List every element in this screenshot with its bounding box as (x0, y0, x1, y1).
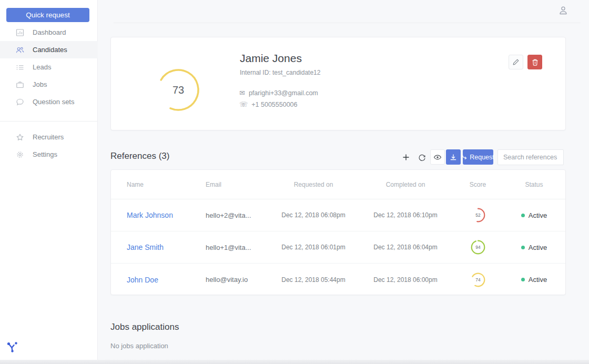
reference-score-ring: 74 (470, 272, 486, 288)
candidate-email: pfarighi+33@gmail.com (249, 89, 318, 97)
column-header-completed-on: Completed on (358, 181, 453, 188)
reference-email: hello+1@vita... (206, 244, 269, 251)
reference-row: Jane Smith hello+1@vita... Dec 12, 2018 … (111, 231, 565, 264)
quick-request-button[interactable]: Quick request (6, 8, 89, 22)
primary-nav: Dashboard Candidates Leads Jobs (0, 24, 98, 110)
reference-name-link[interactable]: John Doe (127, 276, 158, 284)
status-dot-icon (521, 214, 525, 217)
download-button[interactable] (446, 149, 461, 165)
download-icon (450, 154, 457, 161)
request-button[interactable]: Request (463, 149, 493, 165)
candidate-card: 73 Jamie Jones Internal ID: test_candida… (110, 37, 566, 130)
svg-text:74: 74 (475, 277, 481, 282)
eye-icon (433, 153, 442, 161)
reference-email: hello@vitay.io (206, 276, 269, 284)
user-account-icon[interactable] (558, 5, 568, 16)
reference-score-ring: 52 (470, 207, 486, 223)
phone-icon: ☏ (239, 100, 248, 108)
app-window: Quick request Dashboard Candidates Leads (0, 0, 589, 364)
sidebar-divider (0, 121, 98, 122)
reference-row: Mark Johnson hello+2@vita... Dec 12, 201… (111, 199, 565, 231)
edit-candidate-button[interactable] (509, 55, 523, 69)
reference-row: John Doe hello@vitay.io Dec 12, 2018 05:… (111, 264, 565, 295)
trash-icon (532, 59, 539, 66)
candidates-icon (16, 46, 24, 54)
status-label: Active (529, 276, 547, 284)
jobs-icon (16, 80, 24, 89)
sidebar-item-question-sets[interactable]: Question sets (0, 93, 98, 110)
add-reference-icon[interactable] (402, 153, 410, 161)
status-dot-icon (521, 246, 525, 249)
reference-requested-on: Dec 12, 2018 05:44pm (269, 276, 358, 284)
sidebar-item-leads[interactable]: Leads (0, 58, 98, 76)
status-label: Active (529, 211, 547, 219)
sidebar-item-label: Candidates (33, 46, 67, 54)
svg-text:73: 73 (172, 84, 184, 96)
delete-candidate-button[interactable] (527, 55, 542, 69)
view-button[interactable] (430, 149, 445, 165)
status-label: Active (529, 244, 547, 251)
reference-name-link[interactable]: Mark Johnson (127, 211, 173, 219)
search-references-input[interactable] (497, 149, 564, 165)
reference-status: Active (503, 276, 565, 284)
reference-requested-on: Dec 12, 2018 06:08pm (269, 211, 358, 219)
column-header-name: Name (127, 181, 206, 188)
reference-email: hello+2@vita... (206, 211, 269, 219)
reference-status: Active (503, 211, 565, 219)
sidebar: Quick request Dashboard Candidates Leads (0, 0, 98, 360)
vitay-logo-icon (6, 341, 19, 353)
table-header-row: Name Email Requested on Completed on Sco… (111, 170, 565, 199)
secondary-nav: Recruiters Settings (0, 128, 98, 163)
pencil-icon (512, 58, 520, 66)
refresh-icon[interactable] (418, 153, 426, 161)
candidate-phone-row: ☏ +1 5005550006 (239, 100, 298, 108)
reference-name-link[interactable]: Jane Smith (127, 243, 164, 251)
sidebar-item-label: Leads (33, 63, 51, 71)
sidebar-item-candidates[interactable]: Candidates (0, 41, 98, 58)
sidebar-item-label: Jobs (33, 80, 47, 88)
column-header-email: Email (206, 181, 269, 188)
reference-status: Active (503, 244, 565, 251)
reference-requested-on: Dec 12, 2018 06:01pm (269, 244, 358, 251)
column-header-status: Status (503, 181, 565, 188)
send-arrow-icon (462, 154, 468, 160)
horizontal-scrollbar-track[interactable] (0, 360, 589, 364)
sidebar-item-jobs[interactable]: Jobs (0, 76, 98, 93)
header-divider (114, 23, 581, 23)
candidate-phone: +1 5005550006 (251, 101, 297, 108)
settings-icon (16, 150, 24, 159)
candidate-email-row: ✉ pfarighi+33@gmail.com (239, 89, 318, 97)
column-header-requested-on: Requested on (269, 181, 358, 188)
jobs-applications-empty-message: No jobs application (110, 342, 168, 350)
email-icon: ✉ (239, 89, 245, 97)
column-header-score: Score (453, 181, 503, 188)
svg-text:52: 52 (475, 213, 481, 218)
reference-completed-on: Dec 12, 2018 06:00pm (358, 276, 453, 284)
main-content: 73 Jamie Jones Internal ID: test_candida… (98, 0, 589, 360)
jobs-applications-title: Jobs applications (110, 322, 179, 332)
recruiters-icon (16, 133, 24, 141)
sidebar-item-label: Settings (33, 150, 57, 158)
sidebar-item-label: Question sets (33, 98, 75, 106)
sidebar-item-label: Dashboard (33, 28, 66, 36)
candidate-score-ring: 73 (155, 66, 202, 114)
references-title: References (3) (110, 151, 169, 161)
sidebar-item-dashboard[interactable]: Dashboard (0, 24, 98, 41)
question-sets-icon (16, 98, 24, 106)
leads-icon (16, 63, 24, 72)
sidebar-item-recruiters[interactable]: Recruiters (0, 128, 98, 146)
reference-completed-on: Dec 12, 2018 06:10pm (358, 211, 453, 219)
references-table: Name Email Requested on Completed on Sco… (110, 169, 566, 295)
candidate-name: Jamie Jones (240, 52, 302, 65)
reference-score-ring: 94 (470, 239, 486, 255)
status-dot-icon (521, 278, 525, 281)
svg-text:94: 94 (475, 245, 481, 250)
sidebar-item-label: Recruiters (33, 133, 64, 141)
request-button-label: Request (470, 154, 494, 161)
candidate-internal-id: Internal ID: test_candidate12 (240, 69, 320, 76)
dashboard-icon (16, 28, 24, 37)
reference-completed-on: Dec 12, 2018 06:04pm (358, 244, 453, 251)
sidebar-item-settings[interactable]: Settings (0, 146, 98, 163)
